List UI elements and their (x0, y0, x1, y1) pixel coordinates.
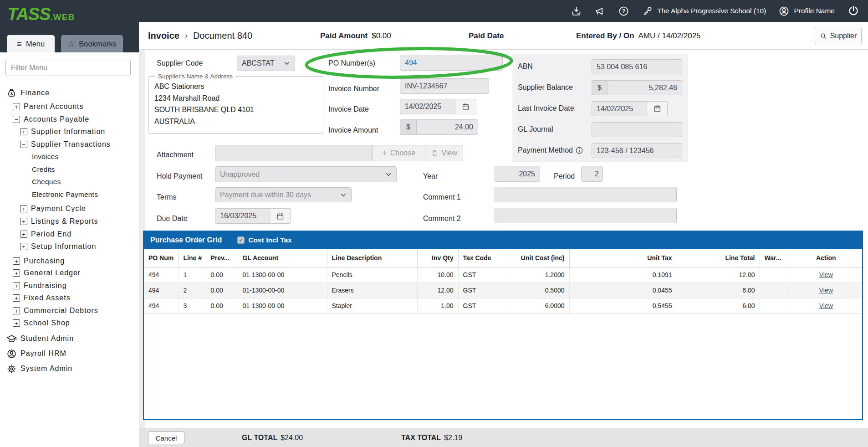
terms-select[interactable]: Payment due within 30 days (215, 187, 352, 202)
tab-menu[interactable]: ≡ Menu (7, 35, 55, 52)
cell-po-num: 494 (144, 283, 179, 298)
sidebar-item-label: Student Admin (20, 334, 74, 343)
sidebar-item-period-end[interactable]: +Period End (20, 229, 71, 240)
hold-payment-select[interactable]: Unapproved (215, 166, 397, 182)
download-icon[interactable] (571, 5, 582, 17)
view-link[interactable]: View (819, 271, 833, 278)
entered-by-value: AMU / 14/02/2025 (638, 31, 701, 41)
sidebar-item-system-admin[interactable]: System Admin (6, 363, 72, 374)
sidebar-item-student-admin[interactable]: Student Admin (6, 333, 74, 344)
last-invoice-date-input[interactable] (592, 101, 647, 116)
supplier-balance-input[interactable] (607, 80, 682, 95)
sidebar-item-label: Purchasing (24, 257, 65, 265)
sidebar-item-commercial-debtors[interactable]: +Commercial Debtors (13, 305, 98, 316)
sidebar-item-listings-reports[interactable]: +Listings & Reports (20, 216, 98, 227)
school-switcher[interactable]: The Alpha Progressive School (10) (642, 5, 766, 17)
profile-menu[interactable]: Profile Name (778, 5, 835, 17)
sidebar-item-parent-accounts[interactable]: +Parent Accounts (13, 101, 84, 112)
expand-icon[interactable]: + (20, 231, 27, 238)
power-icon[interactable] (847, 5, 860, 17)
view-link[interactable]: View (819, 302, 833, 309)
expand-icon[interactable]: + (20, 128, 27, 135)
sidebar-item-supplier-transactions[interactable]: −Supplier Transactions (20, 139, 111, 150)
po-numbers-input[interactable] (400, 55, 503, 71)
last-invoice-date-calendar-button[interactable] (647, 101, 668, 116)
column-header-unit-cost-inc-: Unit Cost (inc) (503, 249, 569, 267)
expand-icon[interactable]: + (13, 307, 20, 314)
sidebar-item-setup-information[interactable]: +Setup Information (20, 241, 96, 252)
cell-gl-account: 01-1300-00-00 (238, 283, 327, 298)
sidebar-item-invoices[interactable]: Invoices (32, 151, 58, 162)
sidebar-item-payroll-hrm[interactable]: Payroll HRM (6, 348, 66, 359)
attachment-input[interactable] (215, 145, 372, 161)
cancel-button[interactable]: Cancel (148, 432, 184, 444)
invoice-amount-input[interactable] (416, 119, 478, 135)
sidebar-item-label: Finance (20, 89, 50, 97)
invoice-date-calendar-button[interactable] (455, 99, 476, 114)
due-date-calendar-button[interactable] (270, 208, 291, 224)
expand-icon[interactable]: + (13, 282, 20, 289)
sidebar-item-school-shop[interactable]: +School Shop (13, 318, 70, 329)
table-row: 49410.0001-1300-00-00Pencils10.00GST1.20… (144, 267, 862, 283)
sidebar-item-cheques[interactable]: Cheques (32, 176, 61, 187)
payment-method-input[interactable] (592, 143, 682, 158)
sidebar-item-fundraising[interactable]: +Fundraising (13, 280, 67, 291)
sidebar-item-fixed-assets[interactable]: +Fixed Assets (13, 293, 71, 303)
tax-total: TAX TOTAL $2.19 (401, 428, 462, 447)
sidebar-item-credits[interactable]: Credits (32, 164, 55, 175)
abn-input[interactable] (592, 59, 682, 74)
sidebar-item-label: Fixed Assets (24, 294, 71, 302)
sidebar-item-finance[interactable]: Finance (6, 87, 50, 98)
cell-unit-tax: 0.1091 (569, 267, 677, 283)
expand-icon[interactable]: + (13, 103, 20, 110)
profile-icon (778, 5, 790, 17)
invoice-date-input[interactable] (400, 99, 455, 114)
star-icon: ☆ (67, 40, 75, 48)
sidebar-item-general-ledger[interactable]: +General Ledger (13, 267, 81, 278)
paid-amount: Paid Amount $0.00 (320, 22, 391, 50)
megaphone-icon[interactable] (594, 5, 606, 17)
due-date-input[interactable] (215, 208, 270, 224)
collapse-icon[interactable]: − (20, 141, 27, 148)
help-icon[interactable] (618, 5, 629, 17)
cell-line-description: Stapler (327, 298, 417, 313)
attachment-view-button[interactable]: View (425, 145, 463, 161)
period-input[interactable] (581, 166, 603, 182)
terms-value: Payment due within 30 days (220, 191, 340, 199)
sidebar-item-label: Invoices (32, 153, 58, 161)
collapse-icon[interactable]: − (13, 116, 20, 123)
paid-amount-value: $0.00 (372, 31, 391, 41)
expand-icon[interactable]: + (13, 294, 20, 302)
po-numbers-label: PO Number(s) (328, 59, 375, 67)
cell-prev-: 0.00 (206, 283, 238, 298)
cost-incl-tax-checkbox[interactable]: ✓ Cost Incl Tax (237, 236, 291, 244)
view-link[interactable]: View (819, 287, 833, 294)
comment2-input[interactable] (495, 208, 677, 223)
gl-journal-input[interactable] (592, 122, 682, 137)
invoice-amount-currency: $ (400, 119, 416, 135)
sidebar-item-accounts-payable[interactable]: −Accounts Payable (13, 114, 89, 125)
sidebar-item-supplier-information[interactable]: +Supplier Information (20, 126, 105, 137)
expand-icon[interactable]: + (13, 269, 20, 277)
breadcrumb: Invoice › Document 840 (148, 22, 252, 50)
expand-icon[interactable]: + (13, 319, 20, 327)
comment1-input[interactable] (495, 187, 677, 202)
info-icon[interactable] (576, 147, 583, 154)
expand-icon[interactable]: + (13, 257, 20, 265)
invoice-number-input[interactable] (400, 78, 489, 94)
attachment-choose-button[interactable]: + Choose (372, 145, 425, 161)
expand-icon[interactable]: + (20, 243, 27, 250)
cell-inv-qty: 12.00 (417, 283, 458, 298)
column-header-gl-account: GL Account (238, 249, 327, 267)
cell-unit-tax: 0.5455 (569, 298, 677, 313)
address-line: 1234 Marshall Road (154, 92, 323, 104)
expand-icon[interactable]: + (20, 205, 27, 212)
sidebar-item-payment-cycle[interactable]: +Payment Cycle (20, 203, 86, 214)
tab-bookmarks[interactable]: ☆ Bookmarks (61, 35, 123, 52)
year-input[interactable] (495, 166, 540, 182)
sidebar-item-electronic-payments[interactable]: Electronic Payments (32, 189, 98, 200)
supplier-button[interactable]: Supplier (815, 28, 862, 44)
supplier-code-select[interactable]: ABCSTAT (237, 56, 295, 71)
expand-icon[interactable]: + (20, 218, 27, 225)
sidebar-item-purchasing[interactable]: +Purchasing (13, 256, 65, 267)
